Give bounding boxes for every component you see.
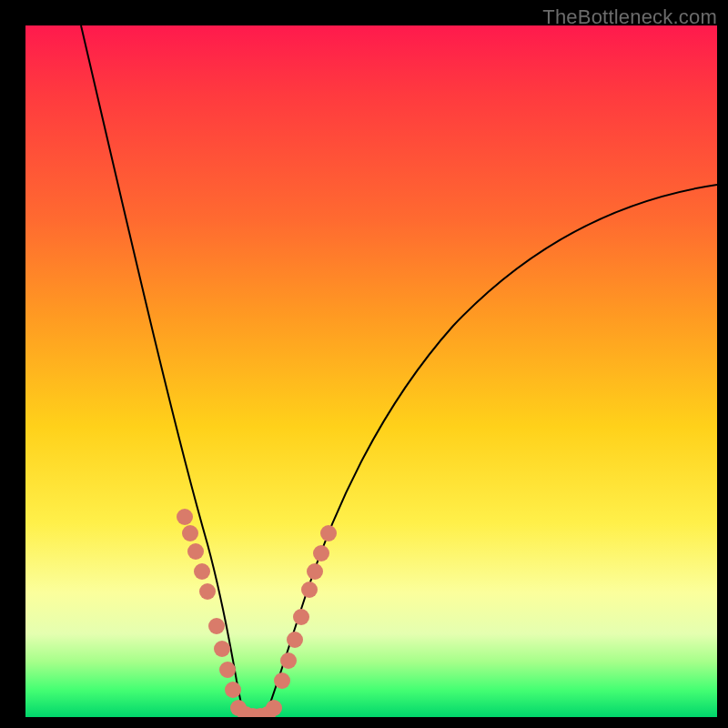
curve-left xyxy=(81,25,244,715)
marker-dot xyxy=(293,609,309,625)
marker-dot xyxy=(280,652,297,669)
marker-dot xyxy=(182,525,198,541)
marker-dot xyxy=(301,581,318,598)
marker-dot xyxy=(199,583,216,600)
bottleneck-curve xyxy=(25,25,717,717)
marker-dot xyxy=(287,632,303,648)
marker-dot xyxy=(177,509,193,525)
marker-dot xyxy=(214,641,230,657)
marker-dot xyxy=(320,525,337,541)
curve-right xyxy=(266,185,717,715)
marker-dot xyxy=(194,563,210,580)
marker-dot xyxy=(208,618,225,634)
plot-area xyxy=(25,25,717,717)
marker-dot xyxy=(187,543,204,560)
marker-dot xyxy=(219,662,236,678)
marker-dot xyxy=(313,545,329,561)
marker-dot xyxy=(225,682,241,698)
marker-dot xyxy=(266,700,282,716)
marker-dot xyxy=(274,672,290,689)
watermark-text: TheBottleneck.com xyxy=(542,5,717,29)
marker-dot xyxy=(307,563,323,580)
chart-frame: TheBottleneck.com xyxy=(0,0,728,728)
